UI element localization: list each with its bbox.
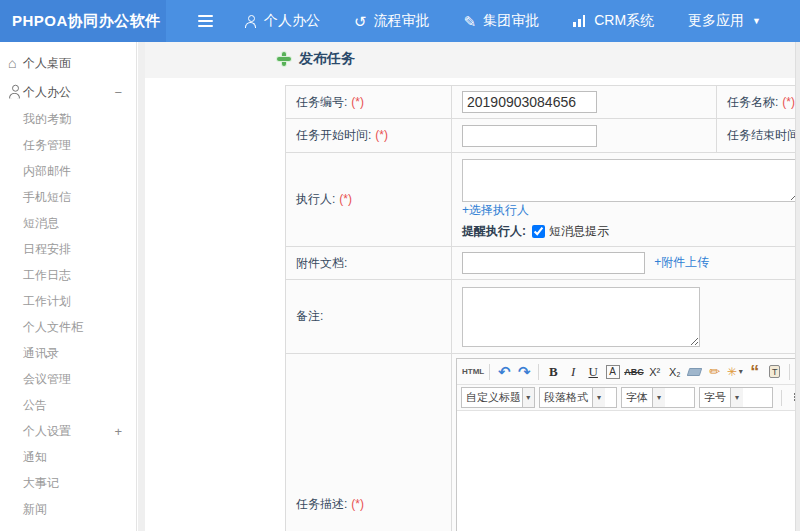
chevron-down-icon: ▾ [730, 388, 743, 407]
sidebar-item-mobile-sms[interactable]: 手机短信 [0, 184, 136, 210]
nav-crm-system[interactable]: CRM系统 [573, 12, 654, 30]
add-icon [277, 52, 291, 66]
format-brush-button[interactable]: ✏ [706, 362, 724, 382]
main-content: 发布任务 任务编号:(*) 任务名称:(*) [145, 42, 800, 531]
nav-group-approval[interactable]: ✎ 集团审批 [464, 12, 540, 30]
clipboard-icon: T [769, 365, 780, 378]
editor-content-area[interactable] [457, 411, 800, 531]
task-number-label-cell: 任务编号:(*) [286, 86, 452, 119]
auto-typeset-button[interactable]: ✳▾ [726, 362, 744, 382]
paragraph-format-select[interactable]: 段落格式 ▾ [539, 387, 617, 408]
sidebar-item-personal-office[interactable]: 个人办公 − [0, 78, 136, 106]
custom-title-select[interactable]: 自定义标题 ▾ [461, 387, 535, 408]
sidebar-item-personal-settings[interactable]: 个人设置 + [0, 418, 136, 444]
sidebar-item-personal-desktop[interactable]: ⌂ 个人桌面 [0, 48, 136, 78]
toolbar-separator [789, 364, 790, 380]
sidebar-item-news[interactable]: 新闻 [0, 496, 136, 522]
bold-button[interactable]: B [544, 362, 562, 382]
attachment-upload-link[interactable]: +附件上传 [654, 255, 709, 269]
sidebar-item-meeting-management[interactable]: 会议管理 [0, 366, 136, 392]
top-nav: 个人办公 ↺ 流程审批 ✎ 集团审批 CRM系统 更多应用 ▼ [244, 12, 795, 30]
font-style-box-button[interactable]: A [606, 365, 620, 379]
required-mark: (*) [351, 95, 364, 109]
sidebar-item-memorabilia[interactable]: 大事记 [0, 470, 136, 496]
paste-button[interactable]: T [766, 362, 784, 382]
italic-button[interactable]: I [564, 362, 582, 382]
strikethrough-button[interactable]: ABC [624, 362, 644, 382]
sidebar-item-label: 大事记 [23, 475, 59, 492]
attachment-label: 附件文档: [296, 256, 347, 270]
sidebar-item-label: 手机短信 [23, 189, 71, 206]
expand-plus-icon[interactable]: + [114, 424, 122, 439]
sidebar-item-work-plan[interactable]: 工作计划 [0, 288, 136, 314]
vertical-scrollbar[interactable] [795, 42, 800, 531]
sidebar-item-label: 个人文件柜 [23, 319, 83, 336]
sms-tip-label: 短消息提示 [549, 223, 609, 240]
edit-icon: ✎ [464, 14, 477, 29]
font-size-select[interactable]: 字号 ▾ [699, 387, 773, 408]
hamburger-menu-icon[interactable] [196, 15, 216, 28]
sidebar-item-task-management[interactable]: 任务管理 [0, 132, 136, 158]
sidebar-item-schedule[interactable]: 日程安排 [0, 236, 136, 262]
task-name-label-cell: 任务名称:(*) [717, 86, 800, 119]
attachment-value-cell: +附件上传 [452, 247, 800, 280]
sidebar-item-short-message[interactable]: 短消息 [0, 210, 136, 236]
remark-label: 备注: [296, 309, 323, 323]
sms-tip-checkbox[interactable] [532, 225, 545, 238]
chevron-down-icon: ▾ [739, 367, 743, 376]
attachment-input[interactable] [462, 252, 645, 274]
font-family-select[interactable]: 字体 ▾ [621, 387, 695, 408]
nav-personal-office[interactable]: 个人办公 [244, 12, 320, 30]
attachment-label-cell: 附件文档: [286, 247, 452, 280]
app-logo: PHPOA协同办公软件 [0, 0, 166, 42]
editor-toolbar-row2: 自定义标题 ▾ 段落格式 ▾ 字体 ▾ [457, 385, 800, 411]
collapse-minus-icon[interactable]: − [114, 85, 122, 100]
eraser-icon [687, 368, 703, 376]
sidebar-item-personal-files[interactable]: 个人文件柜 [0, 314, 136, 340]
sidebar-item-label: 日程安排 [23, 241, 71, 258]
task-number-label: 任务编号: [296, 95, 347, 109]
remark-textarea[interactable] [462, 287, 700, 347]
sidebar-item-my-attendance[interactable]: 我的考勤 [0, 106, 136, 132]
task-number-input[interactable] [462, 91, 597, 113]
html-source-button[interactable]: HTML [462, 362, 484, 382]
sidebar-item-announcement[interactable]: 公告 [0, 392, 136, 418]
sidebar-item-label: 个人设置 [23, 423, 71, 440]
page-title: 发布任务 [277, 50, 355, 68]
superscript-button[interactable]: X² [646, 362, 664, 382]
underline-button[interactable]: U [584, 362, 602, 382]
nav-more-apps[interactable]: 更多应用 ▼ [688, 12, 761, 30]
nav-label: 个人办公 [264, 12, 320, 30]
choose-executor-link[interactable]: +选择执行人 [462, 203, 529, 217]
undo-button[interactable]: ↶ [495, 362, 513, 382]
person-icon [244, 15, 257, 28]
sidebar-item-label: 公告 [23, 397, 47, 414]
task-number-value-cell [452, 86, 717, 119]
blockquote-button[interactable]: “ [746, 367, 764, 377]
home-icon: ⌂ [8, 55, 16, 71]
sidebar-gutter [138, 42, 145, 531]
sidebar-item-notice[interactable]: 通知 [0, 444, 136, 470]
executor-textarea[interactable] [462, 159, 800, 202]
remind-executor-label: 提醒执行人: [462, 223, 526, 240]
required-mark: (*) [375, 128, 388, 142]
toolbar-separator [489, 364, 490, 380]
subscript-button[interactable]: X₂ [666, 362, 684, 382]
sidebar-item-label: 工作日志 [23, 267, 71, 284]
sidebar-item-internal-mail[interactable]: 内部邮件 [0, 158, 136, 184]
nav-process-approval[interactable]: ↺ 流程审批 [354, 12, 430, 30]
redo-button[interactable]: ↷ [515, 362, 533, 382]
start-time-input[interactable] [462, 125, 597, 147]
end-time-label: 任务结束时间: [727, 128, 800, 142]
sidebar-item-label: 任务管理 [23, 137, 71, 154]
description-label: 任务描述: [296, 497, 347, 511]
eraser-button[interactable] [686, 362, 704, 382]
description-value-cell: HTML ↶ ↷ B I U A ABC X² [452, 354, 800, 531]
required-mark: (*) [782, 95, 795, 109]
sidebar-item-contacts[interactable]: 通讯录 [0, 340, 136, 366]
sidebar-item-label: 通知 [23, 449, 47, 466]
sidebar-item-label: 短消息 [23, 215, 59, 232]
sidebar-item-label: 会议管理 [23, 371, 71, 388]
executor-label-cell: 执行人:(*) [286, 153, 452, 247]
sidebar-item-work-log[interactable]: 工作日志 [0, 262, 136, 288]
